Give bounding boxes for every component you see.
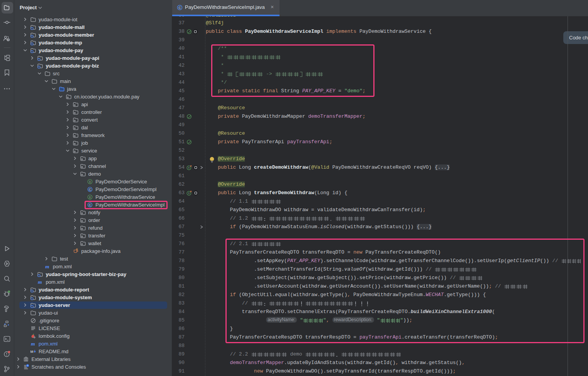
svg-text:m: m bbox=[31, 341, 35, 347]
svg-text:M: M bbox=[31, 349, 34, 354]
svg-text:C: C bbox=[89, 188, 91, 191]
svg-text:m: m bbox=[45, 264, 49, 269]
svg-text:?: ? bbox=[7, 39, 9, 41]
svg-text:m: m bbox=[38, 279, 42, 285]
svg-text:I: I bbox=[188, 191, 189, 195]
svg-text:C: C bbox=[178, 6, 181, 10]
svg-text:I: I bbox=[90, 195, 90, 199]
svg-text:I: I bbox=[188, 166, 189, 169]
svg-text:I: I bbox=[90, 180, 90, 184]
